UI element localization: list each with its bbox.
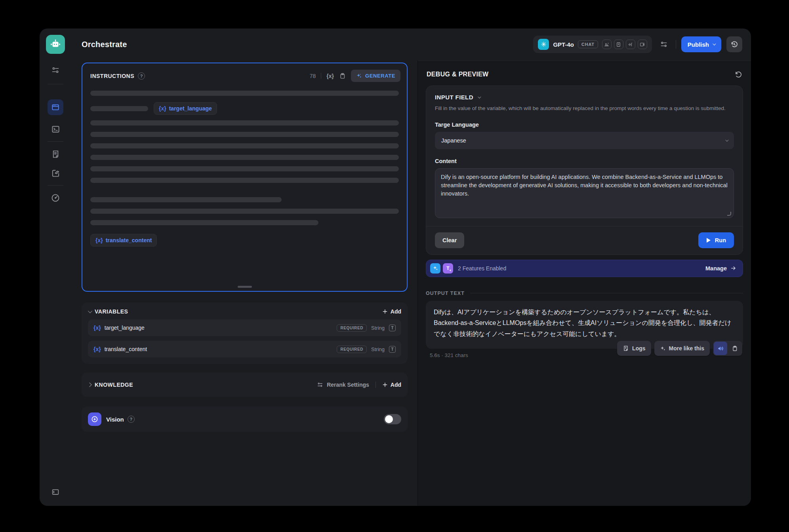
add-label: Add: [391, 308, 401, 315]
sidebar-item-orchestrate-active[interactable]: [48, 99, 63, 115]
sidebar-item-monitoring[interactable]: [50, 193, 61, 203]
sparkles-icon: [660, 346, 666, 352]
copy-prompt-icon[interactable]: [339, 72, 346, 79]
plus-icon: [382, 309, 388, 314]
clipboard-icon: [732, 345, 738, 352]
help-icon[interactable]: ?: [138, 72, 145, 80]
variable-row[interactable]: {x} target_language REQUIRED String T: [88, 319, 401, 336]
version-history-button[interactable]: [726, 36, 742, 52]
skeleton-row: {x} translate_content: [90, 234, 399, 247]
skeleton-line: [90, 166, 399, 171]
video-capability-icon: [638, 40, 647, 49]
screen: Orchestrate ✳ GPT-4o CHAT: [0, 0, 789, 532]
variable-type: String: [371, 346, 385, 352]
output-stats: 5.6s · 321 chars: [430, 352, 468, 358]
publish-button[interactable]: Publish: [681, 36, 721, 52]
sliders-icon: [51, 66, 60, 74]
app-window: Orchestrate ✳ GPT-4o CHAT: [40, 28, 751, 506]
play-audio-button[interactable]: [714, 342, 727, 355]
vision-title: Vision: [106, 416, 124, 423]
panel-resize-handle[interactable]: [238, 286, 252, 288]
reset-conversation-button[interactable]: [734, 70, 742, 78]
model-parameters-button[interactable]: [657, 38, 671, 51]
skeleton-line: [90, 120, 399, 125]
features-enabled-text: 2 Features Enabled: [458, 265, 506, 272]
textarea-resize-handle[interactable]: [727, 212, 731, 216]
vision-toggle-off[interactable]: [384, 414, 401, 424]
prompt-editor[interactable]: {x} target_language: [82, 84, 407, 291]
run-button[interactable]: Run: [698, 232, 734, 248]
skeleton-line: [90, 209, 399, 214]
sidebar-collapse-button[interactable]: [50, 487, 61, 497]
add-variable-button[interactable]: Add: [382, 308, 401, 315]
content-label: Content: [435, 158, 734, 164]
sidebar-item-api[interactable]: [50, 124, 61, 134]
input-field-footer: Clear Run: [435, 226, 734, 248]
vision-panel: Vision ?: [82, 407, 408, 432]
content-textarea[interactable]: Dify is an open-source platform for buil…: [435, 168, 734, 218]
main-area: Orchestrate ✳ GPT-4o CHAT: [71, 28, 751, 506]
variable-name: translate_content: [105, 346, 147, 352]
chevron-right-icon: [87, 382, 91, 387]
required-badge: REQUIRED: [337, 346, 367, 353]
generate-button[interactable]: GENERATE: [351, 70, 400, 82]
manage-label: Manage: [705, 265, 727, 272]
clear-button[interactable]: Clear: [435, 232, 464, 248]
sidebar-divider: [48, 141, 63, 142]
variables-header[interactable]: VARIABLES Add: [88, 308, 401, 315]
rerank-settings-button[interactable]: Rerank Settings: [317, 382, 369, 388]
required-badge: REQUIRED: [337, 324, 367, 332]
logs-button[interactable]: Logs: [617, 341, 651, 356]
sidebar-item-annotation[interactable]: [50, 168, 61, 178]
skeleton-line: [90, 106, 148, 111]
add-knowledge-button[interactable]: Add: [382, 382, 401, 388]
vision-feature-icon: [88, 412, 101, 426]
insert-variable-icon[interactable]: {x}: [326, 73, 334, 79]
variable-braces-icon: {x}: [95, 237, 103, 243]
help-icon[interactable]: ?: [128, 416, 135, 423]
knowledge-panel[interactable]: KNOWLEDGE Rerank Settings Add: [82, 372, 408, 397]
logs-icon: [623, 345, 629, 352]
model-name: GPT-4o: [553, 41, 574, 48]
plus-icon: [382, 382, 388, 388]
model-selector[interactable]: ✳ GPT-4o CHAT: [533, 36, 652, 53]
skeleton-line: [90, 143, 399, 148]
model-mode-badge: CHAT: [578, 40, 598, 48]
clear-label: Clear: [442, 237, 457, 243]
sidebar-item-logs[interactable]: [50, 149, 61, 159]
manage-features-button[interactable]: Manage: [705, 265, 736, 272]
debug-header: DEBUG & PREVIEW: [427, 70, 742, 78]
output-text: Difyは、AIアプリケーションを構築するためのオープンソースプラットフォームで…: [434, 309, 731, 337]
more-like-this-label: More like this: [669, 345, 704, 352]
input-field-header[interactable]: INPUT FIELD: [435, 94, 734, 101]
variable-type: String: [371, 325, 385, 331]
skeleton-line: [90, 132, 399, 137]
variable-chip-label: target_language: [169, 105, 212, 112]
history-icon: [730, 40, 738, 48]
instructions-tools: 78 {x} GENERATE: [310, 70, 400, 82]
string-type-icon[interactable]: T: [389, 346, 396, 353]
feature-icons: T: [430, 263, 453, 274]
target-language-select[interactable]: Japanese: [435, 132, 734, 149]
variable-chip-translate-content[interactable]: {x} translate_content: [90, 234, 157, 247]
variables-panel: VARIABLES Add {x} target_language REQUIR…: [82, 302, 408, 364]
string-type-icon[interactable]: T: [389, 325, 396, 331]
rerank-settings-label: Rerank Settings: [327, 382, 369, 388]
variable-chip-target-language[interactable]: {x} target_language: [154, 102, 217, 115]
terminal-icon: [51, 125, 60, 134]
content-area: INSTRUCTIONS ? 78 {x}: [71, 60, 751, 506]
app-logo-robot-icon[interactable]: [46, 35, 65, 54]
sidebar-item-model-settings[interactable]: [50, 65, 61, 75]
logs-label: Logs: [632, 345, 645, 352]
target-language-label: Targe Language: [435, 122, 734, 128]
more-like-this-button[interactable]: More like this: [654, 341, 710, 356]
features-enabled-bar[interactable]: T 2 Features Enabled Manage: [426, 260, 743, 277]
topbar-controls: ✳ GPT-4o CHAT: [533, 36, 742, 53]
refresh-icon: [734, 70, 742, 78]
generate-label: GENERATE: [365, 73, 395, 79]
vision-capability-icon: [602, 40, 612, 49]
variable-row[interactable]: {x} translate_content REQUIRED String T: [88, 341, 401, 357]
copy-output-button[interactable]: [728, 342, 741, 355]
window-icon: [51, 103, 60, 112]
skeleton-line: [90, 178, 399, 183]
